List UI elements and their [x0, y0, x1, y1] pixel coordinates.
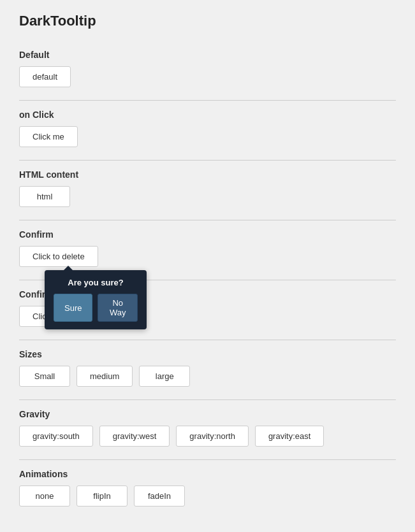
tooltip-wrapper: Click to delete Are you sure? Sure No Wa… [19, 246, 98, 267]
btn-html[interactable]: html [19, 186, 70, 207]
section-confirm: Confirm Click to delete Are you sure? Su… [19, 220, 396, 280]
btn-large[interactable]: large [139, 366, 190, 387]
btn-clickme[interactable]: Click me [19, 126, 78, 147]
section-confirm-label: Confirm [19, 229, 396, 240]
section-gravity-label: Gravity [19, 409, 396, 419]
tooltip-sure-button[interactable]: Sure [54, 294, 92, 322]
tooltip-noway-button[interactable]: No Way [98, 294, 138, 322]
btn-small[interactable]: Small [19, 366, 70, 387]
section-sizes: Sizes Small medium large [19, 340, 396, 399]
btn-none[interactable]: none [19, 485, 70, 507]
section-confirm-buttons: Click to delete Are you sure? Sure No Wa… [19, 246, 396, 267]
btn-click-to-delete[interactable]: Click to delete [19, 246, 98, 267]
tooltip-title: Are you sure? [54, 278, 138, 287]
section-animations: Animations none flipIn fadeIn [19, 460, 396, 519]
section-html-label: HTML content [19, 169, 396, 180]
tooltip-actions: Sure No Way [54, 294, 138, 322]
btn-gravity-north[interactable]: gravity:north [176, 426, 249, 447]
btn-medium[interactable]: medium [76, 366, 133, 387]
section-gravity: Gravity gravity:south gravity:west gravi… [19, 400, 396, 459]
section-html-buttons: html [19, 186, 396, 207]
dark-tooltip-popup: Are you sure? Sure No Way [45, 270, 147, 329]
section-onclick: on Click Click me [19, 101, 396, 160]
btn-default[interactable]: default [19, 66, 71, 87]
section-animations-buttons: none flipIn fadeIn [19, 485, 396, 507]
btn-gravity-south[interactable]: gravity:south [19, 426, 93, 447]
section-default-label: Default [19, 50, 396, 60]
btn-gravity-west[interactable]: gravity:west [99, 426, 170, 447]
section-animations-label: Animations [19, 469, 396, 479]
section-sizes-buttons: Small medium large [19, 366, 396, 387]
section-gravity-buttons: gravity:south gravity:west gravity:north… [19, 426, 396, 447]
section-default-buttons: default [19, 66, 396, 87]
page-title: DarkTooltip [19, 13, 396, 29]
section-sizes-label: Sizes [19, 349, 396, 359]
btn-flipin[interactable]: flipIn [76, 485, 127, 507]
btn-fadein[interactable]: fadeIn [134, 485, 185, 507]
section-html: HTML content html [19, 161, 396, 220]
section-onclick-label: on Click [19, 110, 396, 120]
section-onclick-buttons: Click me [19, 126, 396, 147]
section-default: Default default [19, 41, 396, 100]
btn-gravity-east[interactable]: gravity:east [255, 426, 324, 447]
